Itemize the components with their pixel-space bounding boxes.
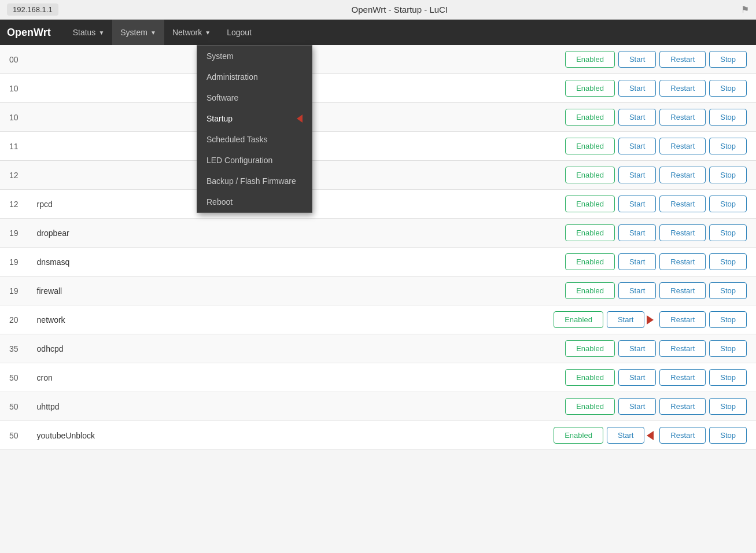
stop-button[interactable]: Stop	[709, 311, 747, 328]
buttons-cell: EnabledStartRestartStop	[541, 219, 756, 248]
buttons-cell: EnabledStartRestartStop	[541, 363, 756, 392]
enabled-button[interactable]: Enabled	[565, 167, 615, 183]
stop-button[interactable]: Stop	[709, 340, 747, 357]
restart-button[interactable]: Restart	[659, 51, 706, 68]
nav-logout[interactable]: Logout	[219, 20, 260, 45]
spacer-cell	[104, 132, 541, 161]
spacer-cell	[104, 74, 541, 103]
stop-button[interactable]: Stop	[709, 196, 747, 212]
restart-button[interactable]: Restart	[659, 311, 706, 328]
start-button[interactable]: Start	[618, 138, 656, 154]
service-name-cell: uhttpd	[28, 392, 104, 421]
enabled-button[interactable]: Enabled	[565, 369, 615, 386]
start-button[interactable]: Start	[618, 340, 656, 357]
restart-button[interactable]: Restart	[659, 253, 706, 270]
enabled-button[interactable]: Enabled	[565, 196, 615, 212]
stop-button[interactable]: Stop	[709, 398, 747, 415]
nav-network-arrow: ▼	[205, 30, 211, 36]
enabled-button[interactable]: Enabled	[565, 398, 615, 415]
stop-button[interactable]: Stop	[709, 253, 747, 270]
stop-button[interactable]: Stop	[709, 138, 747, 154]
buttons-cell: EnabledStartRestartStop	[541, 334, 756, 363]
enabled-button[interactable]: Enabled	[565, 340, 615, 357]
enabled-button[interactable]: Enabled	[565, 51, 615, 68]
spacer-cell	[104, 219, 541, 248]
start-button[interactable]: Start	[618, 167, 656, 183]
enabled-button[interactable]: Enabled	[565, 224, 615, 241]
enabled-button[interactable]: Enabled	[554, 427, 603, 444]
service-name-cell: dropbear	[28, 219, 104, 248]
restart-button[interactable]: Restart	[659, 282, 706, 299]
stop-button[interactable]: Stop	[709, 427, 747, 444]
table-row: 19dnsmasqEnabledStartRestartStop	[0, 248, 756, 276]
restart-button[interactable]: Restart	[659, 138, 706, 154]
table-row: 11EnabledStartRestartStop	[0, 132, 756, 161]
table-row: 00EnabledStartRestartStop	[0, 45, 756, 74]
restart-button[interactable]: Restart	[659, 398, 706, 415]
stop-button[interactable]: Stop	[709, 369, 747, 386]
enabled-button[interactable]: Enabled	[565, 109, 615, 126]
start-button[interactable]: Start	[618, 253, 656, 270]
spacer-cell	[104, 421, 541, 450]
nav-system[interactable]: System ▼	[112, 20, 164, 45]
spacer-cell	[104, 45, 541, 74]
priority-cell: 19	[0, 276, 28, 305]
start-button[interactable]: Start	[618, 109, 656, 126]
start-button[interactable]: Start	[607, 311, 644, 328]
buttons-cell: EnabledStartRestartStop	[541, 161, 756, 190]
enabled-button[interactable]: Enabled	[565, 80, 615, 97]
dropdown-administration[interactable]: Administration	[197, 67, 312, 87]
start-button[interactable]: Start	[618, 369, 656, 386]
start-button[interactable]: Start	[618, 196, 656, 212]
start-button[interactable]: Start	[607, 427, 644, 444]
dropdown-scheduled-tasks[interactable]: Scheduled Tasks	[197, 129, 312, 150]
spacer-cell	[104, 190, 541, 219]
spacer-cell	[104, 276, 541, 305]
start-button[interactable]: Start	[618, 80, 656, 97]
enabled-button[interactable]: Enabled	[565, 253, 615, 270]
restart-button[interactable]: Restart	[659, 427, 706, 444]
dropdown-led-configuration[interactable]: LED Configuration	[197, 150, 312, 171]
priority-cell: 00	[0, 45, 28, 74]
restart-button[interactable]: Restart	[659, 80, 706, 97]
nav-network[interactable]: Network ▼	[164, 20, 219, 45]
start-button[interactable]: Start	[618, 51, 656, 68]
service-name-cell: network	[28, 305, 104, 334]
stop-button[interactable]: Stop	[709, 80, 747, 97]
enabled-button[interactable]: Enabled	[554, 311, 603, 328]
restart-button[interactable]: Restart	[659, 167, 706, 183]
dropdown-backup-flash[interactable]: Backup / Flash Firmware	[197, 171, 312, 191]
dropdown-system[interactable]: System	[197, 46, 312, 67]
spacer-cell	[104, 334, 541, 363]
stop-button[interactable]: Stop	[709, 109, 747, 126]
restart-button[interactable]: Restart	[659, 196, 706, 212]
dropdown-software[interactable]: Software	[197, 87, 312, 108]
restart-button[interactable]: Restart	[659, 224, 706, 241]
dropdown-startup[interactable]: Startup	[197, 108, 312, 129]
annotation-arrow-left	[647, 431, 654, 440]
buttons-cell: EnabledStartRestartStop	[541, 392, 756, 421]
enabled-button[interactable]: Enabled	[565, 138, 615, 154]
start-button[interactable]: Start	[618, 282, 656, 299]
restart-button[interactable]: Restart	[659, 369, 706, 386]
nav-status[interactable]: Status ▼	[65, 20, 113, 45]
stop-button[interactable]: Stop	[709, 51, 747, 68]
priority-cell: 50	[0, 363, 28, 392]
start-button[interactable]: Start	[618, 224, 656, 241]
priority-cell: 35	[0, 334, 28, 363]
stop-button[interactable]: Stop	[709, 224, 747, 241]
table-row: 50cronEnabledStartRestartStop	[0, 363, 756, 392]
stop-button[interactable]: Stop	[709, 282, 747, 299]
enabled-button[interactable]: Enabled	[565, 282, 615, 299]
spacer-cell	[104, 305, 541, 334]
restart-button[interactable]: Restart	[659, 109, 706, 126]
priority-cell: 12	[0, 190, 28, 219]
stop-button[interactable]: Stop	[709, 167, 747, 183]
service-name-cell: rpcd	[28, 190, 104, 219]
start-button[interactable]: Start	[618, 398, 656, 415]
priority-cell: 11	[0, 132, 28, 161]
table-row: 20networkEnabledStartRestartStop	[0, 305, 756, 334]
restart-button[interactable]: Restart	[659, 340, 706, 357]
buttons-cell: EnabledStartRestartStop	[541, 103, 756, 132]
dropdown-reboot[interactable]: Reboot	[197, 191, 312, 212]
